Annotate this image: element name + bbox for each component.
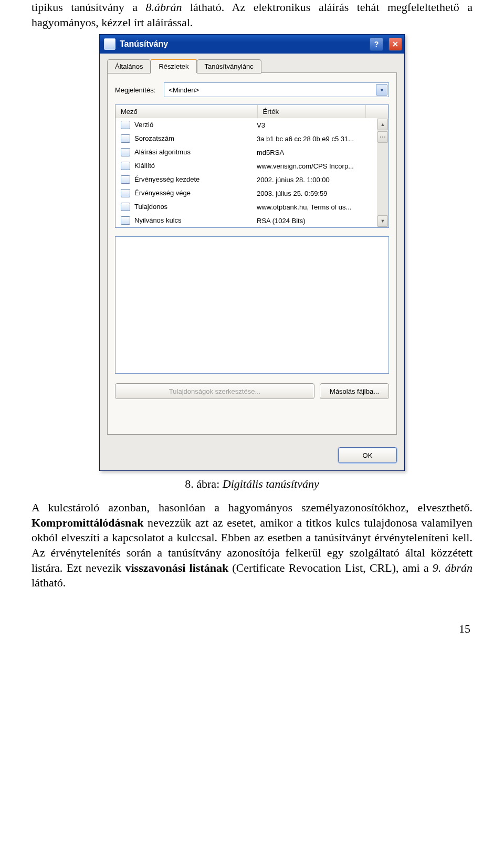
value-cell: 3a b1 bc a6 cc 28 0b e9 c5 31... xyxy=(251,135,377,143)
field-cell: Érvényesség kezdete xyxy=(116,175,251,184)
table-row[interactable]: Érvényesség vége2003. július 25. 0:59:59 xyxy=(116,186,377,200)
table-row[interactable]: Nyilvános kulcsRSA (1024 Bits) xyxy=(116,214,377,227)
dialog-figure: Tanúsítvány ? ✕ Általános Részletek Tanú… xyxy=(32,34,472,471)
value-cell: RSA (1024 Bits) xyxy=(251,217,377,225)
window-title: Tanúsítvány xyxy=(120,39,364,49)
field-icon xyxy=(121,175,130,184)
titlebar: Tanúsítvány ? ✕ xyxy=(100,35,404,54)
chevron-down-icon: ▾ xyxy=(376,84,387,96)
body-paragraph: A kulcstároló azonban, hasonlóan a hagyo… xyxy=(32,500,472,591)
field-icon xyxy=(121,189,130,197)
field-cell: Kiállító xyxy=(116,162,251,171)
table-row[interactable]: VerzióV3 xyxy=(116,118,377,132)
value-cell: V3 xyxy=(251,121,377,129)
tab-general[interactable]: Általános xyxy=(107,59,151,74)
display-label: Megjelenítés: xyxy=(115,86,155,94)
value-cell: 2002. június 28. 1:00:00 xyxy=(251,176,377,184)
field-icon xyxy=(121,121,130,129)
value-cell: md5RSA xyxy=(251,149,377,156)
page-number: 15 xyxy=(32,622,472,636)
value-cell: www.otpbank.hu, Terms of us... xyxy=(251,203,377,211)
figure-caption: 8. ábra: Digitális tanúsítvány xyxy=(32,477,472,491)
tabs: Általános Részletek Tanúsítványlánc xyxy=(107,59,397,73)
field-cell: Tulajdonos xyxy=(116,203,251,212)
field-icon xyxy=(121,162,130,170)
scrollbar[interactable]: ▲ ⋯ ▼ xyxy=(377,118,388,227)
display-select[interactable]: <Minden> ▾ xyxy=(164,82,389,97)
col-header-field[interactable]: Mező xyxy=(116,105,258,118)
field-cell: Nyilvános kulcs xyxy=(116,216,251,225)
scroll-down-icon[interactable]: ▼ xyxy=(377,215,388,227)
certificate-icon xyxy=(104,38,116,50)
table-row[interactable]: Aláírási algoritmusmd5RSA xyxy=(116,145,377,159)
certificate-dialog: Tanúsítvány ? ✕ Általános Részletek Tanú… xyxy=(99,34,405,471)
scroll-thumb[interactable]: ⋯ xyxy=(377,131,388,143)
tab-pane: Megjelenítés: <Minden> ▾ Mező Érték xyxy=(107,72,397,435)
scroll-up-icon[interactable]: ▲ xyxy=(377,119,388,130)
field-icon xyxy=(121,216,130,225)
detail-textbox xyxy=(115,236,389,374)
fields-table: Mező Érték VerzióV3Sorozatszám3a b1 bc a… xyxy=(115,104,389,228)
field-cell: Aláírási algoritmus xyxy=(116,148,251,157)
close-button[interactable]: ✕ xyxy=(388,37,402,51)
table-row[interactable]: Sorozatszám3a b1 bc a6 cc 28 0b e9 c5 31… xyxy=(116,132,377,145)
field-cell: Verzió xyxy=(116,121,251,130)
tab-certpath[interactable]: Tanúsítványlánc xyxy=(197,59,261,74)
tab-details[interactable]: Részletek xyxy=(151,59,196,73)
field-cell: Érvényesség vége xyxy=(116,189,251,198)
display-select-value: <Minden> xyxy=(169,86,199,94)
help-button[interactable]: ? xyxy=(370,37,383,51)
value-cell: www.verisign.com/CPS Incorp... xyxy=(251,162,377,170)
ok-button[interactable]: OK xyxy=(338,447,397,463)
table-row[interactable]: Érvényesség kezdete2002. június 28. 1:00… xyxy=(116,173,377,186)
table-row[interactable]: Tulajdonoswww.otpbank.hu, Terms of us... xyxy=(116,200,377,214)
col-header-value[interactable]: Érték xyxy=(258,105,366,118)
field-icon xyxy=(121,148,130,156)
table-row[interactable]: Kiállítówww.verisign.com/CPS Incorp... xyxy=(116,159,377,173)
field-icon xyxy=(121,203,130,211)
value-cell: 2003. július 25. 0:59:59 xyxy=(251,190,377,197)
field-icon xyxy=(121,134,130,143)
field-cell: Sorozatszám xyxy=(116,134,251,143)
intro-paragraph: tipikus tanúsítvány a 8.ábrán látható. A… xyxy=(32,0,472,30)
edit-properties-button: Tulajdonságok szerkesztése... xyxy=(115,383,314,399)
copy-to-file-button[interactable]: Másolás fájlba... xyxy=(320,383,389,399)
